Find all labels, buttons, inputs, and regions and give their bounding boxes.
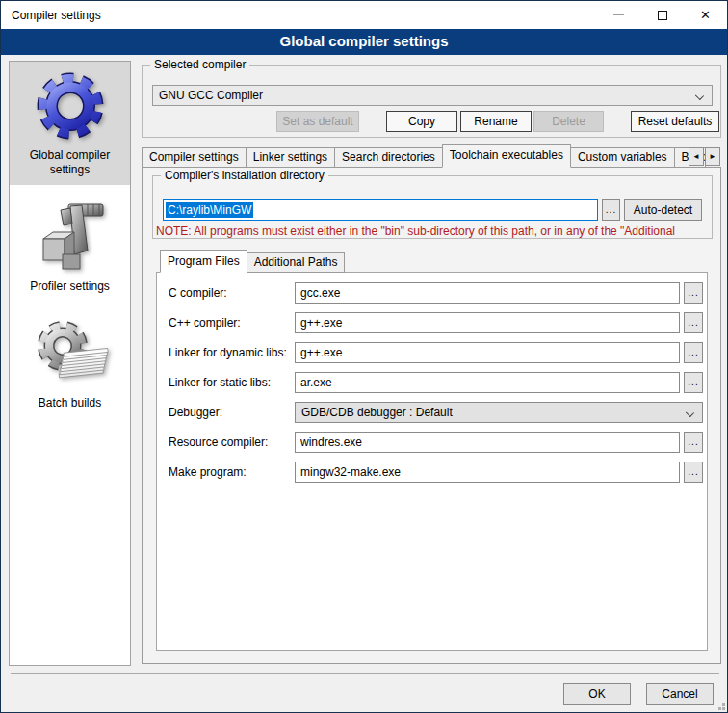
make-program-input[interactable]: [295, 462, 680, 483]
title-bar: Compiler settings ✕: [1, 1, 727, 29]
make-program-browse-button[interactable]: ...: [684, 462, 703, 483]
compiler-settings-dialog: Compiler settings ✕ Global compiler sett…: [0, 0, 728, 713]
window-title: Compiler settings: [1, 9, 101, 22]
chevron-down-icon: [686, 409, 694, 417]
resize-grip[interactable]: [722, 707, 725, 710]
installation-note: NOTE: All programs must exist either in …: [156, 224, 711, 238]
copy-button[interactable]: Copy: [386, 111, 457, 132]
blue-gear-icon: [32, 67, 109, 145]
maximize-button[interactable]: [640, 1, 684, 29]
static-linker-label: Linker for static libs:: [169, 376, 271, 389]
minimize-icon: [613, 14, 624, 15]
resource-compiler-browse-button[interactable]: ...: [684, 432, 703, 453]
tab-search-directories[interactable]: Search directories: [334, 147, 443, 168]
sidebar-item-label: Profiler settings: [30, 279, 110, 294]
settings-category-list: Global compiler settings: [9, 61, 131, 666]
delete-button: Delete: [533, 111, 604, 132]
dialog-banner-title: Global compiler settings: [1, 29, 727, 55]
rename-button[interactable]: Rename: [460, 111, 532, 132]
tab-custom-variables[interactable]: Custom variables: [570, 147, 675, 168]
tab-program-files[interactable]: Program Files: [160, 250, 247, 273]
dynamic-linker-browse-button[interactable]: ...: [684, 342, 703, 363]
tab-scroll-right-icon[interactable]: ►: [705, 147, 720, 166]
sidebar-item-label: Global compiler settings: [13, 148, 126, 177]
sidebar-item-label: Batch builds: [39, 396, 101, 410]
cpp-compiler-label: C++ compiler:: [169, 316, 241, 330]
program-files-page: C compiler: ... C++ compiler: ... Linker…: [156, 272, 708, 651]
auto-detect-button[interactable]: Auto-detect: [624, 199, 702, 221]
c-compiler-input[interactable]: [295, 282, 680, 304]
tab-linker-settings[interactable]: Linker settings: [246, 147, 335, 168]
tab-scroll-left-icon[interactable]: ◄: [689, 147, 704, 166]
cancel-button[interactable]: Cancel: [646, 683, 714, 705]
c-compiler-label: C compiler:: [169, 286, 227, 300]
group-title: Selected compiler: [150, 58, 249, 71]
make-program-label: Make program:: [169, 465, 247, 479]
close-icon: ✕: [700, 9, 711, 21]
caption-buttons: ✕: [597, 1, 727, 29]
group-title: Compiler's installation directory: [161, 169, 328, 182]
debugger-label: Debugger:: [169, 406, 222, 419]
c-compiler-browse-button[interactable]: ...: [684, 282, 703, 304]
sidebar-item-global-compiler-settings[interactable]: Global compiler settings: [10, 62, 130, 185]
toolchain-executables-page: Compiler's installation directory C:\ray…: [142, 167, 721, 664]
selected-compiler-group: Selected compiler GNU GCC Compiler Set a…: [142, 65, 721, 138]
compiler-select-value: GNU GCC Compiler: [159, 89, 263, 102]
dynamic-linker-label: Linker for dynamic libs:: [169, 346, 287, 359]
compiler-select[interactable]: GNU GCC Compiler: [152, 85, 713, 106]
cpp-compiler-browse-button[interactable]: ...: [684, 312, 703, 333]
footer-divider: [11, 673, 719, 674]
selected-path-text: C:\raylib\MinGW: [166, 202, 253, 218]
installation-directory-input[interactable]: C:\raylib\MinGW: [163, 199, 598, 221]
set-as-default-button: Set as default: [276, 111, 359, 132]
sidebar-item-profiler-settings[interactable]: Profiler settings: [10, 193, 130, 302]
debugger-select[interactable]: GDB/CDB debugger : Default: [295, 402, 703, 423]
static-linker-browse-button[interactable]: ...: [684, 372, 703, 393]
tab-compiler-settings[interactable]: Compiler settings: [142, 147, 247, 168]
gray-gear-stack-icon: [32, 315, 109, 392]
minimize-button[interactable]: [597, 1, 640, 29]
tab-toolchain-executables[interactable]: Toolchain executables: [442, 144, 571, 168]
browse-directory-button[interactable]: ...: [602, 199, 620, 221]
caliper-icon: [32, 198, 109, 276]
installation-directory-group: Compiler's installation directory C:\ray…: [152, 175, 713, 239]
program-files-tab-strip: Program Files Additional Paths: [160, 251, 344, 273]
settings-tab-strip: Compiler settings Linker settings Search…: [142, 145, 721, 168]
resource-compiler-label: Resource compiler:: [169, 436, 268, 449]
reset-defaults-button[interactable]: Reset defaults: [631, 111, 719, 132]
tab-scroll-buttons: ◄ ►: [689, 147, 720, 166]
dynamic-linker-input[interactable]: [295, 342, 680, 363]
sidebar-item-batch-builds[interactable]: Batch builds: [10, 309, 130, 418]
tab-additional-paths[interactable]: Additional Paths: [247, 252, 346, 273]
static-linker-input[interactable]: [295, 372, 680, 393]
maximize-icon: [658, 11, 667, 20]
resource-compiler-input[interactable]: [295, 432, 680, 453]
close-button[interactable]: ✕: [684, 1, 727, 29]
debugger-select-value: GDB/CDB debugger : Default: [301, 406, 453, 419]
cpp-compiler-input[interactable]: [295, 312, 680, 333]
ok-button[interactable]: OK: [563, 683, 631, 705]
chevron-down-icon: [695, 92, 704, 100]
